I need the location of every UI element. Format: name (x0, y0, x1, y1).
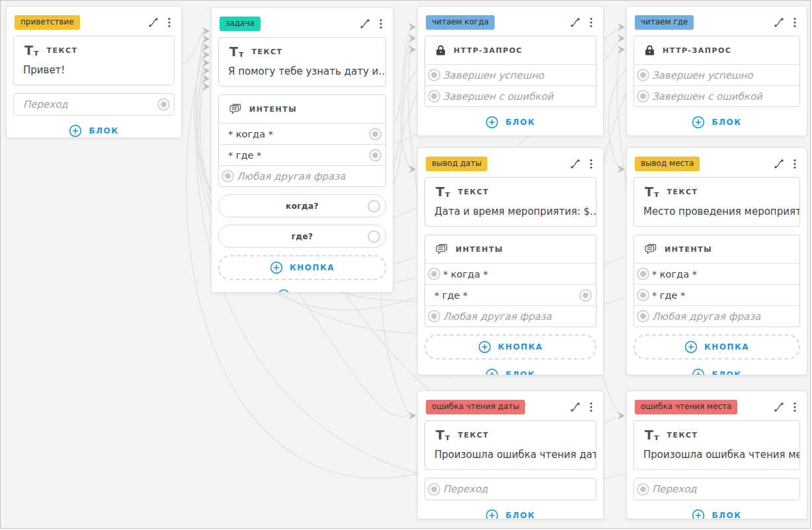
connection-dot[interactable] (369, 149, 382, 161)
chat-button-where[interactable]: где? (218, 225, 386, 248)
add-block-label: блок (505, 370, 535, 375)
kebab-menu-icon[interactable] (380, 19, 382, 29)
kebab-menu-icon[interactable] (590, 402, 592, 412)
connection-dot[interactable] (637, 310, 649, 322)
card-title-badge[interactable]: ошибка чтения даты (426, 400, 525, 414)
card-date-output[interactable]: вывод даты Тт текст Дата и время меропри… (417, 147, 604, 375)
add-button-button[interactable]: кнопка (425, 334, 596, 360)
kebab-menu-icon[interactable] (793, 402, 796, 412)
kebab-menu-icon[interactable] (590, 17, 592, 28)
connection-dot[interactable] (157, 98, 170, 111)
text-block[interactable]: Тт текст Дата и время мероприятия: $… (425, 177, 596, 227)
connection-dot[interactable] (579, 289, 592, 301)
http-request-block[interactable]: HTTP-запрос Завершен успешно Завершен с … (633, 36, 800, 107)
connection-dot[interactable] (368, 230, 380, 243)
text-content[interactable]: Дата и время мероприятия: $… (425, 203, 596, 226)
http-success-row[interactable]: Завершен успешно (634, 64, 799, 85)
text-content[interactable]: Произошла ошибка чтения дат… (425, 446, 596, 469)
http-error-row[interactable]: Завершен с ошибкой (425, 85, 596, 106)
connection-dot[interactable] (637, 268, 649, 280)
connection-dot[interactable] (428, 69, 440, 81)
card-greeting[interactable]: приветствие Тт текст Привет! Переход бло… (6, 6, 182, 138)
add-block-button[interactable]: блок (218, 287, 386, 293)
connection-dot[interactable] (369, 128, 382, 140)
connection-dot[interactable] (428, 268, 440, 280)
text-content[interactable]: Произошла ошибка чтения мес… (634, 446, 799, 469)
card-task[interactable]: задача Тт текст Я помогу тебе узнать дат… (211, 7, 393, 293)
http-request-block[interactable]: HTTP-запрос Завершен успешно Завершен с … (425, 36, 596, 107)
intents-block[interactable]: интенты * когда * * где * Любая другая ф… (425, 235, 596, 327)
transition-block[interactable]: Переход (13, 93, 175, 116)
connection-icon[interactable] (774, 17, 784, 28)
text-content[interactable]: Привет! (14, 61, 174, 85)
card-date-error[interactable]: ошибка чтения даты Тт текст Произошла ош… (417, 391, 604, 519)
card-title-badge[interactable]: читаем когда (426, 15, 495, 29)
flow-canvas[interactable]: приветствие Тт текст Привет! Переход бло… (0, 0, 811, 529)
intent-row-where[interactable]: * где * (425, 284, 596, 305)
text-block[interactable]: Тт текст Произошла ошибка чтения дат… (425, 420, 596, 470)
connection-dot[interactable] (428, 90, 440, 102)
add-button-label: кнопка (290, 263, 335, 272)
kebab-menu-icon[interactable] (168, 17, 171, 28)
connection-dot[interactable] (428, 310, 440, 322)
connection-icon[interactable] (570, 159, 581, 169)
connection-dot[interactable] (637, 289, 649, 301)
text-block[interactable]: Тт текст Я помогу тебе узнать дату и… (218, 37, 386, 87)
connection-icon[interactable] (774, 402, 784, 412)
add-button-button[interactable]: кнопка (218, 255, 386, 280)
intents-block[interactable]: интенты * когда * * где * Любая другая ф… (633, 235, 800, 327)
text-block[interactable]: Тт текст Произошла ошибка чтения мес… (633, 420, 800, 470)
connection-dot[interactable] (222, 170, 234, 182)
intent-row-when[interactable]: * когда * (219, 123, 386, 144)
chat-button-when[interactable]: когда? (218, 194, 386, 217)
card-title-badge[interactable]: ошибка чтения места (635, 400, 737, 414)
text-block[interactable]: Тт текст Привет! (13, 36, 175, 85)
card-read-when[interactable]: читаем когда HTTP-запрос Завершен успешн… (417, 6, 604, 136)
connection-icon[interactable] (148, 17, 159, 28)
add-block-button[interactable]: блок (633, 508, 800, 519)
connection-dot[interactable] (637, 90, 649, 102)
card-title-badge[interactable]: задача (220, 17, 261, 30)
intent-row-where[interactable]: * где * (219, 144, 386, 165)
card-title-badge[interactable]: вывод места (635, 157, 700, 170)
connection-dot[interactable] (368, 200, 380, 212)
transition-block[interactable]: Переход (633, 478, 800, 500)
card-place-error[interactable]: ошибка чтения места Тт текст Произошла о… (626, 391, 807, 519)
connection-dot[interactable] (637, 483, 649, 496)
intent-row-any-phrase[interactable]: Любая другая фраза (634, 305, 799, 326)
intent-row-when[interactable]: * когда * (425, 263, 596, 284)
add-block-button[interactable]: блок (633, 367, 800, 375)
kebab-menu-icon[interactable] (590, 159, 592, 169)
connection-dot[interactable] (428, 483, 440, 496)
intent-row-when[interactable]: * когда * (634, 263, 799, 284)
card-read-where[interactable]: читаем где HTTP-запрос Завершен успешно (626, 6, 807, 136)
intent-row-any-phrase[interactable]: Любая другая фраза (425, 305, 596, 326)
http-success-row[interactable]: Завершен успешно (425, 64, 596, 85)
add-block-button[interactable]: блок (425, 367, 596, 375)
connection-icon[interactable] (360, 19, 370, 29)
connection-icon[interactable] (570, 17, 581, 28)
kebab-menu-icon[interactable] (793, 159, 796, 169)
add-block-button[interactable]: блок (425, 114, 596, 130)
kebab-menu-icon[interactable] (793, 17, 796, 28)
text-content[interactable]: Я помогу тебе узнать дату и… (219, 63, 386, 86)
card-place-output[interactable]: вывод места Тт текст Место проведения ме… (626, 147, 807, 375)
text-content[interactable]: Место проведения мероприяти… (634, 203, 799, 226)
text-block[interactable]: Тт текст Место проведения мероприяти… (633, 177, 800, 227)
add-block-button[interactable]: блок (13, 123, 175, 138)
add-button-button[interactable]: кнопка (633, 334, 800, 360)
add-block-button[interactable]: блок (633, 114, 800, 130)
transition-block[interactable]: Переход (425, 478, 596, 500)
connection-dot[interactable] (637, 69, 649, 81)
card-title-badge[interactable]: приветствие (15, 15, 80, 29)
connection-icon[interactable] (774, 159, 784, 169)
plus-icon (692, 509, 705, 519)
intent-row-any-phrase[interactable]: Любая другая фраза (219, 165, 386, 186)
connection-icon[interactable] (570, 402, 581, 412)
http-error-row[interactable]: Завершен с ошибкой (634, 85, 799, 106)
card-title-badge[interactable]: читаем где (635, 15, 694, 29)
add-block-button[interactable]: блок (425, 508, 596, 519)
card-title-badge[interactable]: вывод даты (426, 157, 487, 170)
intents-block[interactable]: интенты * когда * * где * Любая другая ф… (218, 95, 386, 187)
intent-row-where[interactable]: * где * (634, 284, 799, 305)
